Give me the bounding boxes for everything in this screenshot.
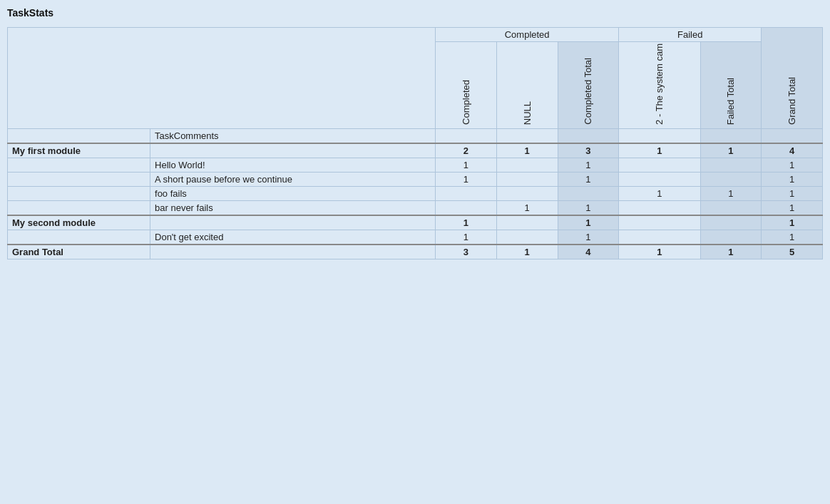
grand-total-header: Grand Total bbox=[762, 28, 823, 129]
module-label-cell bbox=[8, 158, 150, 172]
completed-cell: 2 bbox=[436, 143, 497, 158]
failed-cell bbox=[619, 158, 700, 172]
completed-cell bbox=[436, 186, 497, 200]
grand-total-col-label bbox=[762, 128, 823, 143]
failed-cell bbox=[619, 200, 700, 215]
failed-total-cell: 1 bbox=[700, 245, 762, 259]
completed-total-cell: 1 bbox=[558, 200, 619, 215]
failed-total-cell bbox=[700, 200, 762, 215]
failed-sub-header: 2 - The system cam bbox=[619, 42, 700, 129]
completed-col-label bbox=[436, 128, 497, 143]
completed-cell bbox=[436, 200, 497, 215]
task-comments-label: TaskComments bbox=[150, 128, 436, 143]
null-col-label bbox=[496, 128, 558, 143]
grand-total-cell: 1 bbox=[762, 230, 823, 245]
completed-total-cell: 1 bbox=[558, 158, 619, 172]
failed-total-cell bbox=[700, 230, 762, 245]
failed-cell bbox=[619, 215, 700, 230]
pivot-table: Completed Failed Grand Total Completed N… bbox=[7, 27, 823, 259]
null-cell: 1 bbox=[496, 200, 558, 215]
null-cell bbox=[496, 186, 558, 200]
failed-cell: 1 bbox=[619, 245, 700, 259]
completed-cell: 1 bbox=[436, 172, 497, 186]
app-title: TaskStats bbox=[7, 7, 823, 19]
task-comments-cell: foo fails bbox=[150, 186, 436, 200]
task-comments-cell bbox=[150, 143, 436, 158]
completed-total-cell: 4 bbox=[558, 245, 619, 259]
null-cell: 1 bbox=[496, 143, 558, 158]
grand-total-cell: 4 bbox=[762, 143, 823, 158]
failed-total-sub-header: Failed Total bbox=[700, 42, 762, 129]
empty-col1 bbox=[8, 128, 150, 143]
completed-total-cell: 1 bbox=[558, 230, 619, 245]
null-cell bbox=[496, 230, 558, 245]
failed-total-cell bbox=[700, 158, 762, 172]
task-comments-cell: Hello World! bbox=[150, 158, 436, 172]
module-label-cell bbox=[8, 172, 150, 186]
completed-total-cell bbox=[558, 186, 619, 200]
task-comments-cell bbox=[150, 245, 436, 259]
failed-total-cell bbox=[700, 172, 762, 186]
completed-total-col-label bbox=[558, 128, 619, 143]
module-label-cell: My second module bbox=[8, 215, 150, 230]
null-cell bbox=[496, 172, 558, 186]
module-label-cell bbox=[8, 186, 150, 200]
completed-total-cell: 3 bbox=[558, 143, 619, 158]
failed-cell: 1 bbox=[619, 143, 700, 158]
module-label-cell bbox=[8, 230, 150, 245]
grand-total-cell: 1 bbox=[762, 158, 823, 172]
task-comments-cell: bar never fails bbox=[150, 200, 436, 215]
completed-cell: 1 bbox=[436, 215, 497, 230]
failed-cell bbox=[619, 172, 700, 186]
task-comments-cell bbox=[150, 215, 436, 230]
grand-total-cell: 1 bbox=[762, 172, 823, 186]
module-label-cell: Grand Total bbox=[8, 245, 150, 259]
completed-group-header: Completed bbox=[436, 28, 619, 42]
failed-total-cell: 1 bbox=[700, 143, 762, 158]
completed-total-cell: 1 bbox=[558, 172, 619, 186]
grand-total-cell: 1 bbox=[762, 186, 823, 200]
failed-total-cell bbox=[700, 215, 762, 230]
failed-total-cell: 1 bbox=[700, 186, 762, 200]
failed-col-label bbox=[619, 128, 700, 143]
task-comments-cell: Don't get excited bbox=[150, 230, 436, 245]
completed-cell: 1 bbox=[436, 158, 497, 172]
failed-cell bbox=[619, 230, 700, 245]
empty-header bbox=[8, 28, 436, 129]
task-comments-cell: A short pause before we continue bbox=[150, 172, 436, 186]
null-cell bbox=[496, 215, 558, 230]
failed-cell: 1 bbox=[619, 186, 700, 200]
completed-sub-header: Completed bbox=[436, 42, 497, 129]
completed-total-cell: 1 bbox=[558, 215, 619, 230]
null-cell bbox=[496, 158, 558, 172]
failed-group-header: Failed bbox=[619, 28, 762, 42]
module-label-cell bbox=[8, 200, 150, 215]
null-sub-header: NULL bbox=[496, 42, 558, 129]
grand-total-cell: 1 bbox=[762, 200, 823, 215]
completed-cell: 3 bbox=[436, 245, 497, 259]
grand-total-cell: 1 bbox=[762, 215, 823, 230]
null-cell: 1 bbox=[496, 245, 558, 259]
module-label-cell: My first module bbox=[8, 143, 150, 158]
completed-cell: 1 bbox=[436, 230, 497, 245]
completed-total-sub-header: Completed Total bbox=[558, 42, 619, 129]
failed-total-col-label bbox=[700, 128, 762, 143]
grand-total-cell: 5 bbox=[762, 245, 823, 259]
